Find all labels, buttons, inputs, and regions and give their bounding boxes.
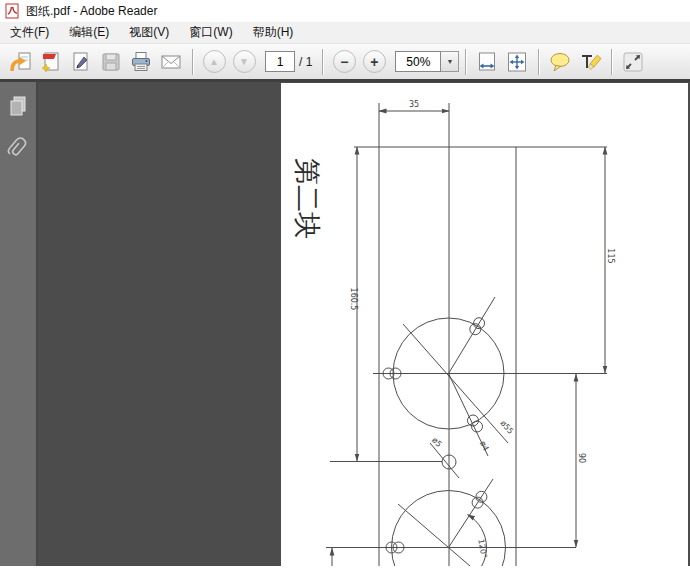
page-down-icon: ▼ <box>233 50 256 73</box>
page-total-label: / 1 <box>299 55 312 69</box>
pdf-page[interactable]: 35 160.5 115 90 <box>281 83 688 566</box>
document-canvas: 35 160.5 115 90 <box>38 82 690 566</box>
window-title: 图纸.pdf - Adobe Reader <box>26 3 157 20</box>
toolbar-separator <box>192 49 193 75</box>
menu-window[interactable]: 窗口(W) <box>179 22 242 44</box>
dim-top-width: 35 <box>409 100 419 109</box>
title-bar: 图纸.pdf - Adobe Reader <box>0 0 690 22</box>
comment-button[interactable] <box>545 47 575 77</box>
zoom-in-icon: + <box>363 50 386 73</box>
highlight-icon <box>578 50 602 74</box>
fullscreen-button[interactable] <box>618 47 648 77</box>
menu-file[interactable]: 文件(F) <box>0 22 59 44</box>
toolbar-separator <box>538 49 539 75</box>
attachments-button[interactable] <box>3 132 33 166</box>
dim-tiny-hole: ø4 <box>478 439 490 452</box>
chevron-down-icon: ▼ <box>446 58 453 65</box>
fit-page-button[interactable] <box>502 47 532 77</box>
zoom-out-button[interactable]: − <box>329 47 359 77</box>
print-icon <box>129 50 153 74</box>
zoom-dropdown-button[interactable]: ▼ <box>441 51 459 72</box>
dim-bolt-circle: ø55 <box>499 419 516 436</box>
page-up-icon: ▲ <box>203 50 226 73</box>
previous-page-button[interactable]: ▲ <box>199 47 229 77</box>
fit-page-icon <box>505 50 529 74</box>
technical-drawing: 35 160.5 115 90 <box>281 83 688 566</box>
highlight-button[interactable] <box>575 47 605 77</box>
save-button[interactable] <box>96 47 126 77</box>
adobe-reader-icon <box>4 3 20 19</box>
dim-small-hole: ø5 <box>430 436 443 449</box>
paperclip-icon <box>6 135 30 163</box>
toolbar-separator <box>322 49 323 75</box>
navigation-pane <box>0 82 38 566</box>
main-area: 35 160.5 115 90 <box>0 82 690 566</box>
fit-width-icon <box>475 50 499 74</box>
menu-edit[interactable]: 编辑(E) <box>59 22 119 44</box>
create-pdf-button[interactable] <box>36 47 66 77</box>
print-button[interactable] <box>126 47 156 77</box>
toolbar: ▲ ▼ / 1 − + ▼ <box>0 44 690 82</box>
menu-bar: 文件(F) 编辑(E) 视图(V) 窗口(W) 帮助(H) <box>0 22 690 44</box>
menu-view[interactable]: 视图(V) <box>119 22 179 44</box>
save-icon <box>99 50 123 74</box>
zoom-level-input[interactable] <box>395 51 441 72</box>
sign-button[interactable] <box>66 47 96 77</box>
toolbar-separator <box>465 49 466 75</box>
fit-width-button[interactable] <box>472 47 502 77</box>
page-thumbnails-button[interactable] <box>3 90 33 124</box>
create-pdf-icon <box>39 50 63 74</box>
page-thumbnails-icon <box>6 94 30 120</box>
fullscreen-icon <box>621 50 645 74</box>
email-icon <box>159 50 183 74</box>
dim-right-height: 115 <box>606 248 615 263</box>
comment-icon <box>548 50 572 74</box>
dim-hole-angle: 120° <box>476 538 488 559</box>
part-label: 第二块 <box>292 158 323 239</box>
zoom-out-icon: − <box>333 50 356 73</box>
next-page-button[interactable]: ▼ <box>229 47 259 77</box>
sign-icon <box>69 50 93 74</box>
menu-help[interactable]: 帮助(H) <box>243 22 304 44</box>
dim-left-height: 160.5 <box>349 288 358 311</box>
zoom-in-button[interactable]: + <box>359 47 389 77</box>
page-number-input[interactable] <box>265 51 295 72</box>
open-button[interactable] <box>6 47 36 77</box>
email-button[interactable] <box>156 47 186 77</box>
dim-right-lower-height: 90 <box>577 453 586 463</box>
open-icon <box>9 50 33 74</box>
toolbar-separator <box>611 49 612 75</box>
